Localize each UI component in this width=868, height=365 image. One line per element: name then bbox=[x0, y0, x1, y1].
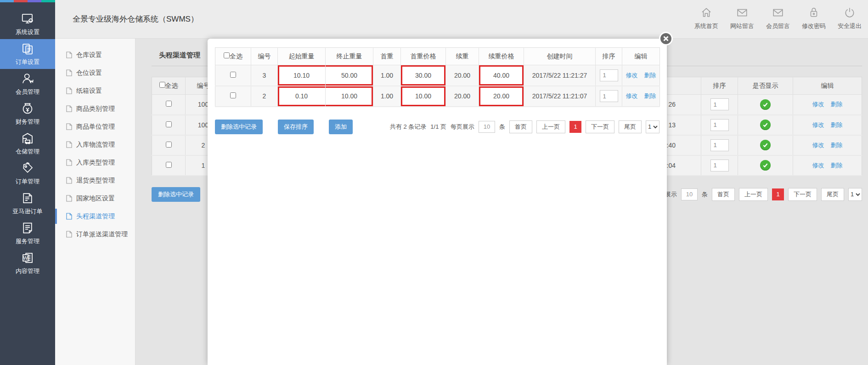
select-all-checkbox[interactable] bbox=[159, 82, 165, 88]
submenu-item-label: 国家地区设置 bbox=[76, 194, 115, 203]
delete-link[interactable]: 删除 bbox=[831, 142, 843, 148]
visible-check-icon[interactable] bbox=[760, 160, 771, 171]
cont-price-cell: 40.00 bbox=[479, 65, 524, 86]
header-action-member-messages[interactable]: 会员留言 bbox=[766, 6, 790, 30]
created-time-header: 创建时间 bbox=[524, 48, 596, 65]
edit-link[interactable]: 修改 bbox=[626, 72, 638, 79]
first-page-button[interactable]: 首页 bbox=[712, 188, 735, 201]
submenu-item-product-category[interactable]: 商品类别管理 bbox=[55, 100, 135, 118]
sidebar-item-order-management[interactable]: 订单管理 bbox=[0, 159, 55, 188]
delete-link[interactable]: 删除 bbox=[831, 101, 843, 108]
submenu-item-label: 仓位设置 bbox=[76, 69, 102, 77]
order-settings-icon bbox=[21, 42, 34, 56]
edit-link[interactable]: 修改 bbox=[812, 101, 824, 108]
last-page-button[interactable]: 尾页 bbox=[821, 188, 844, 201]
row-checkbox[interactable] bbox=[230, 72, 236, 78]
visible-check-icon[interactable] bbox=[760, 140, 771, 150]
sidebar-item-service-management[interactable]: 服务管理 bbox=[0, 218, 55, 248]
sidebar-item-finance-management[interactable]: 财务管理 bbox=[0, 99, 55, 129]
submenu-item-return-type[interactable]: 退货类型管理 bbox=[55, 171, 135, 189]
modal-table-row: 2 0.10 10.00 1.00 10.00 20.00 20.00 2017… bbox=[215, 86, 660, 107]
row-checkbox[interactable] bbox=[166, 121, 172, 127]
edit-link[interactable]: 修改 bbox=[812, 142, 824, 148]
submenu-item-order-delivery-channel[interactable]: 订单派送渠道管理 bbox=[55, 225, 135, 243]
row-checkbox[interactable] bbox=[166, 142, 172, 148]
save-sort-button[interactable]: 保存排序 bbox=[278, 120, 314, 134]
sidebar-item-member-management[interactable]: 会员管理 bbox=[0, 69, 55, 99]
submenu-item-label: 头程渠道管理 bbox=[76, 212, 115, 221]
page-icon bbox=[66, 141, 72, 148]
submenu-item-carton-settings[interactable]: 纸箱设置 bbox=[55, 82, 135, 100]
perpage-input[interactable] bbox=[479, 121, 495, 133]
main-sidebar: 系统设置 订单设置 会员管理 财务管理 仓储管理 订单管理 亚马逊订单 bbox=[0, 0, 55, 365]
header-action-label: 修改密码 bbox=[802, 22, 826, 30]
submenu-item-inbound-type[interactable]: 入库类型管理 bbox=[55, 154, 135, 171]
strip-red bbox=[14, 0, 28, 2]
edit-link[interactable]: 修改 bbox=[812, 162, 824, 169]
sort-input[interactable] bbox=[600, 69, 618, 81]
sidebar-item-label: 仓储管理 bbox=[16, 148, 39, 156]
sidebar-item-warehouse-management[interactable]: 仓储管理 bbox=[0, 129, 55, 159]
page-icon bbox=[66, 231, 72, 238]
sidebar-item-amazon-orders[interactable]: 亚马逊订单 bbox=[0, 188, 55, 218]
submenu-item-first-leg-channel[interactable]: 头程渠道管理 bbox=[55, 207, 135, 225]
service-doc-icon bbox=[21, 221, 34, 235]
power-icon bbox=[844, 6, 856, 20]
cont-price-cell: 20.00 bbox=[479, 86, 524, 107]
submenu-item-inbound-logistics[interactable]: 入库物流管理 bbox=[55, 136, 135, 154]
first-weight-cell: 1.00 bbox=[373, 65, 401, 86]
visible-check-icon[interactable] bbox=[760, 99, 771, 110]
row-checkbox[interactable] bbox=[230, 92, 236, 98]
add-button[interactable]: 添加 bbox=[329, 120, 353, 134]
row-checkbox[interactable] bbox=[166, 101, 172, 107]
visible-check-icon[interactable] bbox=[760, 120, 771, 130]
sort-input[interactable] bbox=[710, 98, 729, 110]
page-icon bbox=[66, 87, 72, 94]
page-title: 头程渠道管理 bbox=[159, 51, 200, 60]
sidebar-item-order-settings[interactable]: 订单设置 bbox=[0, 39, 55, 69]
header-action-site-messages[interactable]: 网站留言 bbox=[730, 6, 754, 30]
start-weight-header: 起始重量 bbox=[278, 48, 326, 65]
prev-page-button[interactable]: 上一页 bbox=[739, 188, 768, 201]
last-page-button[interactable]: 尾页 bbox=[619, 120, 642, 133]
sidebar-item-label: 订单管理 bbox=[16, 177, 39, 186]
sort-input[interactable] bbox=[710, 119, 729, 131]
prev-page-button[interactable]: 上一页 bbox=[536, 120, 565, 133]
sidebar-item-label: 亚马逊订单 bbox=[13, 207, 43, 216]
page-jump-select[interactable]: 1 bbox=[848, 188, 862, 201]
next-page-button[interactable]: 下一页 bbox=[788, 188, 817, 201]
perpage-label: 每页展示 bbox=[451, 123, 474, 131]
perpage-input[interactable] bbox=[681, 188, 698, 200]
select-all-checkbox[interactable] bbox=[224, 52, 230, 58]
page-icon bbox=[66, 105, 72, 112]
header-action-home[interactable]: 系统首页 bbox=[694, 6, 718, 30]
submenu-item-warehouse-settings[interactable]: 仓库设置 bbox=[55, 46, 135, 64]
delete-link[interactable]: 删除 bbox=[644, 92, 656, 99]
row-checkbox[interactable] bbox=[166, 162, 172, 168]
page-jump-select[interactable]: 1 bbox=[646, 120, 659, 133]
delete-link[interactable]: 删除 bbox=[644, 72, 656, 79]
delete-selected-button[interactable]: 删除选中记录 bbox=[152, 187, 200, 202]
close-icon[interactable] bbox=[659, 32, 673, 46]
delete-selected-button[interactable]: 删除选中记录 bbox=[215, 120, 263, 134]
first-page-button[interactable]: 首页 bbox=[509, 120, 532, 133]
sort-input[interactable] bbox=[710, 160, 729, 171]
edit-link[interactable]: 修改 bbox=[812, 121, 824, 128]
first-price-cell: 30.00 bbox=[401, 65, 446, 86]
delete-link[interactable]: 删除 bbox=[831, 121, 843, 128]
submenu-item-country-region[interactable]: 国家地区设置 bbox=[55, 189, 135, 207]
header-action-logout[interactable]: 安全退出 bbox=[838, 6, 862, 30]
next-page-button[interactable]: 下一页 bbox=[586, 120, 614, 133]
submenu-item-product-unit[interactable]: 商品单位管理 bbox=[55, 118, 135, 136]
sidebar-item-content-management[interactable]: W 内容管理 bbox=[0, 248, 55, 278]
modal-pagination: 共有 2 条记录 1/1 页 每页展示 条 首页 上一页 1 下一页 尾页 1 bbox=[390, 120, 659, 133]
sort-input[interactable] bbox=[600, 90, 618, 102]
current-page-button[interactable]: 1 bbox=[772, 188, 784, 200]
submenu-item-bin-settings[interactable]: 仓位设置 bbox=[55, 64, 135, 82]
edit-link[interactable]: 修改 bbox=[626, 92, 638, 99]
header-action-change-password[interactable]: 修改密码 bbox=[802, 6, 826, 30]
current-page-button[interactable]: 1 bbox=[569, 121, 581, 133]
sidebar-item-system-settings[interactable]: 系统设置 bbox=[0, 9, 55, 39]
delete-link[interactable]: 删除 bbox=[831, 162, 843, 169]
sort-input[interactable] bbox=[710, 139, 729, 151]
